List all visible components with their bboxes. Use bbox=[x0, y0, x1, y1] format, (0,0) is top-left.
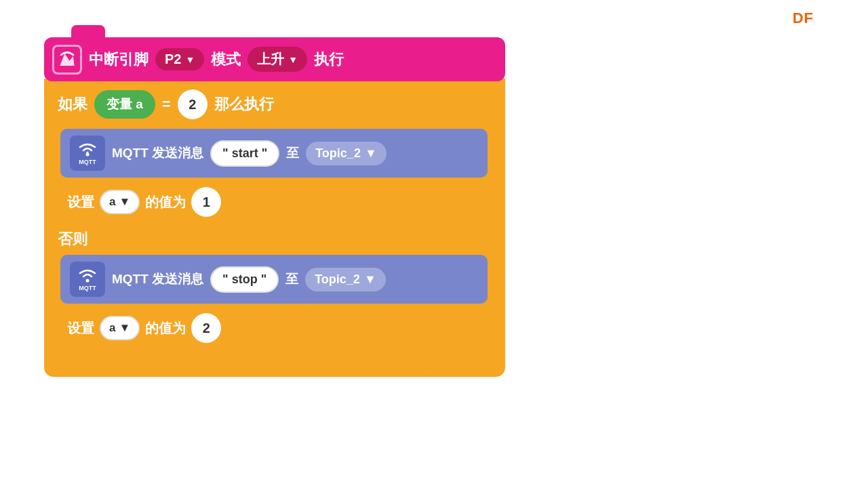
svg-point-0 bbox=[86, 152, 90, 156]
value-oval[interactable]: 2 bbox=[178, 89, 208, 119]
var-a-arrow-icon-1: ▼ bbox=[119, 195, 130, 209]
then-label: 那么执行 bbox=[214, 94, 274, 115]
block-workspace: 中断引脚 P2 ▼ 模式 上升 ▼ 执行 如果 变量 a = 2 那么执行 bbox=[44, 37, 505, 377]
set-block-1: 设置 a ▼ 的值为 1 bbox=[60, 183, 311, 221]
mqtt-block-1: MQTT MQTT 发送消息 " start " 至 Topic_2 ▼ bbox=[60, 129, 488, 178]
mqtt-icon-2: MQTT bbox=[70, 262, 105, 297]
orange-outer-block: 如果 变量 a = 2 那么执行 bbox=[44, 79, 505, 377]
start-message: " start " bbox=[222, 146, 267, 160]
else-row: 否则 bbox=[52, 224, 497, 255]
var-a-label-2: a bbox=[109, 321, 115, 335]
to-label-1: 至 bbox=[286, 144, 299, 162]
df-logo: DF bbox=[793, 9, 814, 27]
topic2-dropdown-2[interactable]: Topic_2 ▼ bbox=[305, 268, 386, 291]
interrupt-block: 中断引脚 P2 ▼ 模式 上升 ▼ 执行 bbox=[44, 37, 505, 81]
topic2-dropdown-1[interactable]: Topic_2 ▼ bbox=[306, 142, 387, 165]
var-a-dropdown-1[interactable]: a ▼ bbox=[100, 190, 140, 214]
interrupt-icon bbox=[52, 45, 82, 75]
else-label: 否则 bbox=[58, 230, 87, 247]
wifi-icon-2 bbox=[77, 268, 98, 285]
rise-label: 上升 bbox=[257, 50, 284, 68]
var-a-arrow-icon-2: ▼ bbox=[119, 321, 130, 335]
start-message-pill[interactable]: " start " bbox=[210, 140, 279, 167]
if-value: 2 bbox=[189, 97, 196, 113]
rise-arrow-icon: ▼ bbox=[288, 54, 298, 65]
topic2-label-2: Topic_2 bbox=[315, 272, 360, 287]
set-value-oval-1[interactable]: 1 bbox=[191, 187, 221, 217]
bottom-cap bbox=[52, 350, 439, 369]
topic2-label-1: Topic_2 bbox=[315, 146, 361, 161]
var-a-dropdown-2[interactable]: a ▼ bbox=[100, 316, 140, 340]
mqtt-icon-1: MQTT bbox=[70, 136, 105, 171]
var-a-label-1: a bbox=[109, 195, 115, 209]
set-prefix-2: 设置 bbox=[67, 319, 94, 338]
var-oval[interactable]: 变量 a bbox=[94, 90, 155, 119]
p2-arrow-icon: ▼ bbox=[185, 54, 195, 65]
rise-dropdown[interactable]: 上升 ▼ bbox=[248, 47, 307, 72]
equals-label: = bbox=[162, 96, 171, 113]
wifi-icon-1 bbox=[77, 142, 98, 159]
svg-point-1 bbox=[86, 279, 90, 282]
p2-label: P2 bbox=[165, 52, 181, 67]
set-value-1: 1 bbox=[203, 195, 210, 210]
if-label: 如果 bbox=[58, 94, 87, 115]
mqtt-label-2: MQTT bbox=[79, 285, 96, 291]
mode-label: 模式 bbox=[211, 49, 241, 70]
set-suffix-1: 的值为 bbox=[145, 193, 186, 211]
mqtt-prefix-1: MQTT 发送消息 bbox=[112, 144, 203, 162]
to-label-2: 至 bbox=[285, 270, 298, 288]
set-block-2: 设置 a ▼ 的值为 2 bbox=[60, 309, 311, 347]
p2-dropdown[interactable]: P2 ▼ bbox=[155, 48, 204, 70]
var-label: 变量 a bbox=[106, 97, 143, 111]
interrupt-label: 中断引脚 bbox=[89, 49, 149, 70]
if-row: 如果 变量 a = 2 那么执行 bbox=[52, 87, 497, 122]
set-value-oval-2[interactable]: 2 bbox=[191, 313, 221, 343]
exec-label: 执行 bbox=[314, 49, 344, 70]
topic2-arrow-icon-1: ▼ bbox=[365, 146, 377, 161]
topic2-arrow-icon-2: ▼ bbox=[364, 272, 376, 287]
stop-message-pill[interactable]: " stop " bbox=[210, 266, 279, 293]
mqtt-block-2: MQTT MQTT 发送消息 " stop " 至 Topic_2 ▼ bbox=[60, 255, 488, 304]
mqtt-prefix-2: MQTT 发送消息 bbox=[112, 270, 203, 288]
set-value-2: 2 bbox=[203, 321, 210, 336]
if-body: MQTT MQTT 发送消息 " start " 至 Topic_2 ▼ 设置 … bbox=[60, 129, 497, 221]
stop-message: " stop " bbox=[222, 272, 267, 286]
mqtt-label-1: MQTT bbox=[79, 159, 96, 165]
set-suffix-2: 的值为 bbox=[145, 319, 186, 338]
else-body: MQTT MQTT 发送消息 " stop " 至 Topic_2 ▼ 设置 a… bbox=[60, 255, 497, 347]
set-prefix-1: 设置 bbox=[67, 193, 94, 211]
